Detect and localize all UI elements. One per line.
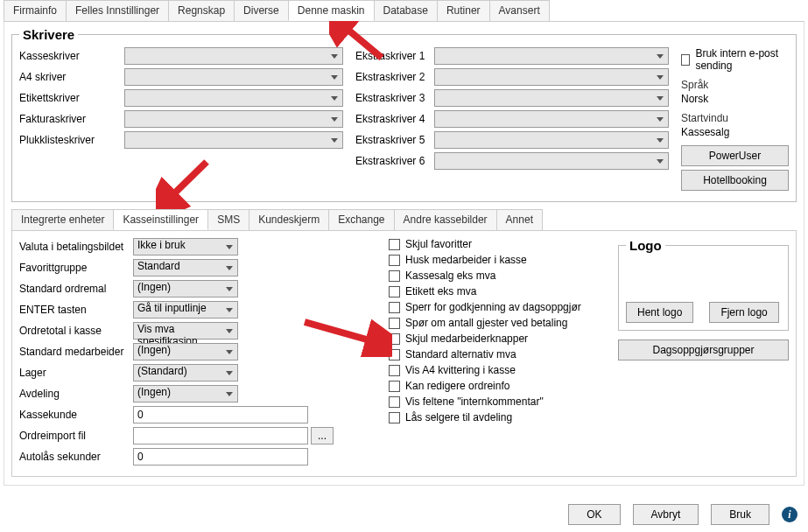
mid-tab-kasseinstillinger[interactable]: Kasseinstillinger <box>113 209 208 230</box>
setting-checkbox[interactable] <box>389 381 400 392</box>
setting-select[interactable]: (Ingen) <box>133 280 238 298</box>
setting-check-label: Sperr for godkjenning av dagsoppgjør <box>405 301 581 313</box>
setting-select[interactable]: (Ingen) <box>133 385 238 402</box>
printer-select[interactable] <box>124 110 343 128</box>
top-tab-felles-innstillinger[interactable]: Felles Innstillinger <box>66 0 169 21</box>
startvindu-select[interactable]: Kassesalg <box>681 126 789 138</box>
printer-select[interactable] <box>434 110 669 128</box>
setting-checkbox[interactable] <box>389 239 400 250</box>
setting-input[interactable] <box>133 427 308 444</box>
printer-select[interactable] <box>434 89 669 107</box>
setting-label: Avdeling <box>19 388 133 400</box>
setting-select[interactable]: (Ingen) <box>133 343 238 360</box>
setting-checkbox[interactable] <box>389 318 400 329</box>
hent-logo-button[interactable]: Hent logo <box>626 302 693 323</box>
skrivere-fieldset: Skrivere KasseskriverA4 skriverEtikettsk… <box>11 27 797 202</box>
printer-select[interactable] <box>124 47 343 65</box>
top-tab-firmainfo[interactable]: Firmainfo <box>4 0 67 21</box>
fjern-logo-button[interactable]: Fjern logo <box>709 302 778 323</box>
setting-checkbox[interactable] <box>389 365 400 376</box>
setting-select[interactable]: Ikke i bruk <box>133 238 238 256</box>
printer-label: Fakturaskriver <box>19 113 124 125</box>
setting-input[interactable] <box>133 448 308 466</box>
setting-checkbox[interactable] <box>389 270 400 282</box>
setting-check-label: Lås selgere til avdeling <box>405 411 512 424</box>
setting-label: Ordretotal i kasse <box>19 325 133 337</box>
hotellbooking-button[interactable]: Hotellbooking <box>681 170 789 191</box>
mid-tab-sms[interactable]: SMS <box>207 209 249 230</box>
top-tab-diverse[interactable]: Diverse <box>234 0 289 21</box>
setting-select[interactable]: Standard <box>133 259 238 276</box>
mid-tab-annet[interactable]: Annet <box>496 209 543 230</box>
setting-check-label: Kan redigere ordreinfo <box>405 380 509 392</box>
setting-input[interactable] <box>133 406 308 424</box>
setting-checkbox[interactable] <box>389 286 400 298</box>
setting-checkbox[interactable] <box>389 412 400 424</box>
avbryt-button[interactable]: Avbryt <box>633 504 699 525</box>
printer-select[interactable] <box>124 131 343 149</box>
setting-label: Favorittgruppe <box>19 262 133 274</box>
printer-label: Ekstraskriver 1 <box>355 50 434 62</box>
printer-select[interactable] <box>434 152 669 170</box>
logo-fieldset: Logo Hent logo Fjern logo <box>618 238 789 331</box>
info-icon[interactable]: i <box>782 507 797 522</box>
setting-select[interactable]: (Standard) <box>133 364 238 382</box>
printer-select[interactable] <box>124 68 343 86</box>
top-tabs: FirmainfoFelles InnstillingerRegnskapDiv… <box>4 0 804 22</box>
setting-check-label: Skjul favoritter <box>405 238 472 250</box>
printer-label: Kasseskriver <box>19 50 124 62</box>
top-tab-database[interactable]: Database <box>374 0 438 21</box>
setting-checkbox[interactable] <box>389 333 400 345</box>
setting-checkbox[interactable] <box>389 255 400 266</box>
printer-select[interactable] <box>434 47 669 65</box>
epost-checkbox[interactable] <box>681 54 690 66</box>
mid-tabs: Integrerte enheterKasseinstillingerSMSKu… <box>11 209 797 231</box>
setting-label: Ordreimport fil <box>19 430 133 442</box>
printer-label: Ekstraskriver 3 <box>355 92 434 104</box>
printer-select[interactable] <box>434 68 669 86</box>
printer-select[interactable] <box>434 131 669 149</box>
kasseinstillinger-panel: Valuta i betalingsbildetIkke i brukFavor… <box>11 231 797 477</box>
logo-legend: Logo <box>626 238 665 253</box>
browse-button[interactable]: ... <box>311 427 334 444</box>
printer-label: Ekstraskriver 2 <box>355 71 434 83</box>
top-tab-rutiner[interactable]: Rutiner <box>437 0 490 21</box>
setting-checkbox[interactable] <box>389 349 400 360</box>
mid-tab-integrerte-enheter[interactable]: Integrerte enheter <box>11 209 114 230</box>
poweruser-button[interactable]: PowerUser <box>681 145 789 166</box>
setting-checkbox[interactable] <box>389 396 400 408</box>
setting-check-label: Skjul medarbeiderknapper <box>405 332 528 345</box>
top-tab-denne-maskin[interactable]: Denne maskin <box>288 0 375 21</box>
setting-label: Lager <box>19 367 133 379</box>
printer-label: A4 skriver <box>19 71 124 83</box>
setting-check-label: Etikett eks mva <box>405 285 476 298</box>
bruk-button[interactable]: Bruk <box>711 504 769 525</box>
printer-label: Ekstraskriver 4 <box>355 113 434 125</box>
setting-select[interactable]: Gå til inputlinje <box>133 301 238 318</box>
setting-label: Valuta i betalingsbildet <box>19 241 133 253</box>
printer-select[interactable] <box>124 89 343 107</box>
top-tab-avansert[interactable]: Avansert <box>489 0 550 21</box>
setting-check-label: Spør om antall gjester ved betaling <box>405 317 567 329</box>
setting-label: Standard ordremal <box>19 283 133 295</box>
ok-button[interactable]: OK <box>568 504 620 525</box>
setting-check-label: Husk medarbeider i kasse <box>405 254 527 266</box>
setting-check-label: Kassesalg eks mva <box>405 270 495 282</box>
dagsoppgjorsgrupper-button[interactable]: Dagsoppgjørsgrupper <box>618 340 789 360</box>
mid-tab-exchange[interactable]: Exchange <box>328 209 394 230</box>
setting-label: Kassekunde <box>19 409 133 421</box>
printer-label: Ekstraskriver 5 <box>355 134 434 146</box>
top-tab-regnskap[interactable]: Regnskap <box>168 0 235 21</box>
setting-check-label: Vis A4 kvittering i kasse <box>405 364 516 376</box>
setting-checkbox[interactable] <box>389 302 400 313</box>
mid-tab-andre-kassebilder[interactable]: Andre kassebilder <box>394 209 497 230</box>
startvindu-label: Startvindu <box>681 112 789 124</box>
sprak-select[interactable]: Norsk <box>681 93 789 105</box>
setting-check-label: Standard alternativ mva <box>405 348 516 360</box>
printer-label: Plukklisteskriver <box>19 134 124 146</box>
setting-label: ENTER tasten <box>19 304 133 316</box>
printer-label: Etikettskriver <box>19 92 124 104</box>
setting-select[interactable]: Vis mva spesifikasjon <box>133 322 238 340</box>
sprak-label: Språk <box>681 79 789 91</box>
mid-tab-kundeskjerm[interactable]: Kundeskjerm <box>249 209 329 230</box>
